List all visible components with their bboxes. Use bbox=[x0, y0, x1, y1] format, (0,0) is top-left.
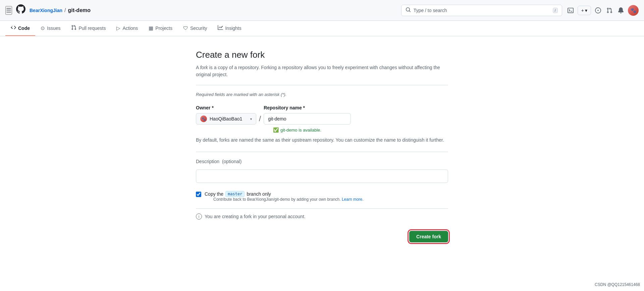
security-tab-icon: 🛡 bbox=[183, 25, 188, 31]
github-logo[interactable] bbox=[16, 4, 25, 16]
copy-label-pre: Copy the bbox=[205, 191, 223, 197]
copy-branch-label[interactable]: Copy the master branch only bbox=[205, 191, 364, 197]
tab-actions[interactable]: ▷ Actions bbox=[111, 21, 143, 36]
desc-prefix: A bbox=[196, 65, 200, 70]
repo-required-star: * bbox=[303, 105, 305, 110]
hamburger-button[interactable]: ☰ bbox=[5, 6, 12, 15]
create-fork-button[interactable]: Create fork bbox=[409, 231, 448, 242]
tab-projects[interactable]: ▦ Projects bbox=[143, 21, 178, 36]
tab-projects-label: Projects bbox=[155, 26, 172, 31]
header-actions: + ▾ 🐾 bbox=[566, 5, 639, 16]
owner-caret-icon: ▾ bbox=[250, 117, 252, 121]
avatar[interactable]: 🐾 bbox=[628, 5, 639, 16]
projects-tab-icon: ▦ bbox=[149, 25, 153, 31]
tab-actions-label: Actions bbox=[122, 26, 138, 31]
pr-tab-icon bbox=[71, 25, 76, 31]
copy-branch-sub: Contribute back to BearXiongJian/git-dem… bbox=[213, 197, 364, 202]
owner-label: Owner * bbox=[196, 105, 256, 110]
search-placeholder: Type / to search bbox=[414, 8, 447, 13]
code-icon bbox=[11, 25, 16, 31]
repo-name-label-text: Repository name bbox=[264, 105, 302, 110]
description-group: Description (optional) bbox=[196, 159, 448, 183]
desc-fork-word: fork bbox=[200, 65, 208, 70]
insights-tab-icon bbox=[218, 25, 223, 31]
repo-name-group: Repository name * bbox=[264, 105, 351, 125]
availability-message: ✅ git-demo is available. bbox=[273, 127, 448, 133]
search-bar[interactable]: Type / to search / bbox=[401, 5, 562, 16]
tab-insights-label: Insights bbox=[225, 26, 241, 31]
info-text: You are creating a fork in your personal… bbox=[205, 214, 306, 219]
breadcrumb-separator: / bbox=[64, 7, 66, 13]
issues-tab-icon: ⊙ bbox=[41, 25, 45, 31]
master-branch-badge: master bbox=[225, 191, 245, 197]
issues-icon-button[interactable] bbox=[594, 6, 602, 15]
desc-suffix: is a copy of a repository. Forking a rep… bbox=[196, 65, 440, 77]
nav-tabs: Code ⊙ Issues Pull requests ▷ Actions ▦ … bbox=[0, 21, 644, 36]
slash-separator: / bbox=[259, 114, 261, 125]
form-footer: Create fork bbox=[196, 224, 448, 256]
required-fields-note: Required fields are marked with an aster… bbox=[196, 92, 448, 97]
tab-security-label: Security bbox=[190, 26, 207, 31]
tab-pr-label: Pull requests bbox=[78, 26, 106, 31]
available-text: git-demo is available. bbox=[280, 128, 321, 133]
repo-name-input[interactable] bbox=[264, 113, 351, 125]
terminal-icon-button[interactable] bbox=[566, 6, 575, 15]
owner-group: Owner * 🐾 HaoQiBaoBao1 ▾ bbox=[196, 105, 256, 125]
description-label: Description (optional) bbox=[196, 159, 448, 164]
copy-sub-pre: Contribute back to BearXiongJian/git-dem… bbox=[213, 197, 341, 202]
desc-label-text: Description bbox=[196, 159, 219, 164]
learn-more-link[interactable]: Learn more. bbox=[342, 197, 364, 202]
divider-1 bbox=[196, 152, 448, 152]
tab-insights[interactable]: Insights bbox=[212, 21, 247, 36]
check-circle-icon: ✅ bbox=[273, 127, 279, 133]
owner-label-text: Owner bbox=[196, 105, 211, 110]
fork-naming-help: By default, forks are named the same as … bbox=[196, 137, 448, 144]
copy-label-post: branch only bbox=[247, 191, 271, 197]
plus-label: + bbox=[581, 8, 584, 13]
tab-code-label: Code bbox=[18, 26, 30, 31]
repo-name-label: Repository name * bbox=[264, 105, 351, 110]
description-input[interactable] bbox=[196, 169, 448, 183]
tab-security[interactable]: 🛡 Security bbox=[178, 21, 213, 36]
notification-icon-button[interactable] bbox=[616, 6, 625, 15]
desc-optional-text: (optional) bbox=[222, 159, 241, 164]
copy-branch-label-group: Copy the master branch only Contribute b… bbox=[205, 191, 364, 202]
breadcrumb: BearXiongJian / git-demo bbox=[30, 7, 91, 13]
pull-request-icon-button[interactable] bbox=[605, 6, 614, 15]
personal-account-info: i You are creating a fork in your person… bbox=[196, 208, 448, 224]
copy-branch-row: Copy the master branch only Contribute b… bbox=[196, 191, 448, 202]
search-icon bbox=[406, 7, 411, 13]
owner-avatar-small: 🐾 bbox=[200, 115, 207, 122]
owner-repo-row: Owner * 🐾 HaoQiBaoBao1 ▾ / Repository na… bbox=[196, 105, 448, 125]
tab-pull-requests[interactable]: Pull requests bbox=[66, 21, 111, 36]
owner-name: HaoQiBaoBao1 bbox=[210, 116, 242, 122]
tab-issues-label: Issues bbox=[47, 26, 60, 31]
plus-caret: ▾ bbox=[585, 8, 587, 13]
actions-tab-icon: ▷ bbox=[116, 25, 120, 31]
header: ☰ BearXiongJian / git-demo Type / to sea… bbox=[0, 0, 644, 21]
page-title: Create a new fork bbox=[196, 50, 448, 60]
breadcrumb-repo: git-demo bbox=[68, 7, 91, 13]
page-description: A fork is a copy of a repository. Forkin… bbox=[196, 64, 448, 85]
tab-issues[interactable]: ⊙ Issues bbox=[35, 21, 66, 36]
breadcrumb-user[interactable]: BearXiongJian bbox=[30, 8, 62, 13]
owner-dropdown[interactable]: 🐾 HaoQiBaoBao1 ▾ bbox=[196, 113, 256, 125]
copy-branch-checkbox[interactable] bbox=[196, 192, 201, 197]
owner-required-star: * bbox=[212, 105, 213, 110]
create-new-button[interactable]: + ▾ bbox=[578, 6, 591, 15]
tab-code[interactable]: Code bbox=[5, 21, 35, 36]
info-icon: i bbox=[196, 213, 202, 220]
main-content: Create a new fork A fork is a copy of a … bbox=[188, 50, 456, 256]
search-slash-badge: / bbox=[553, 8, 558, 13]
